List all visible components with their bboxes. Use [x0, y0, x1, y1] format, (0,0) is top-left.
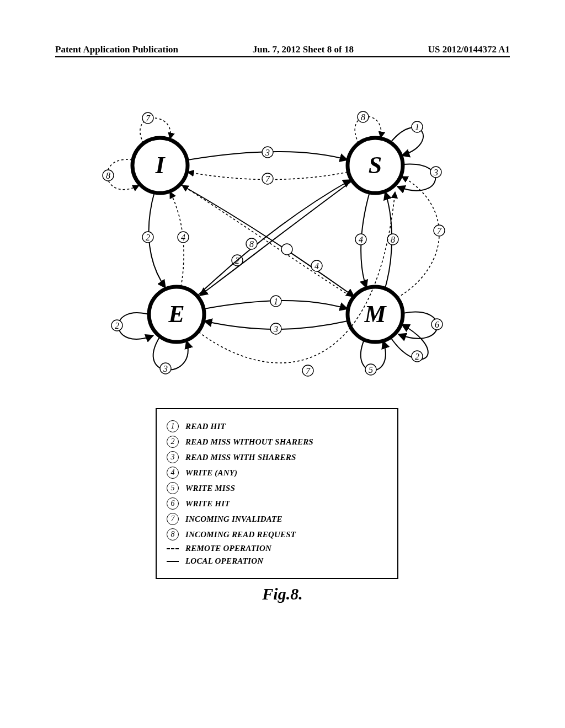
legend-text: READ MISS WITH SHARERS: [185, 453, 296, 462]
header-center: Jun. 7, 2012 Sheet 8 of 18: [253, 44, 354, 55]
legend-row: REMOTE OPERATION: [167, 544, 387, 553]
legend-num-icon: 8: [167, 528, 179, 540]
edge-label: 7: [306, 366, 311, 376]
state-label-S: S: [369, 152, 382, 179]
legend-text: INCOMING READ REQUEST: [185, 530, 296, 539]
legend-num-icon: 2: [167, 436, 179, 448]
edge-label: 1: [274, 297, 278, 306]
edge-S-E-2: [200, 181, 352, 296]
edge-M-S-8: [397, 176, 439, 298]
page-header: Patent Application Publication Jun. 7, 2…: [55, 44, 510, 55]
edge-label: 4: [359, 235, 363, 244]
edge-label: 3: [163, 364, 168, 373]
legend-row: 8 INCOMING READ REQUEST: [167, 528, 387, 540]
edge-I-M-4: [180, 184, 354, 297]
legend-row: 7 INCOMING INVALIDATE: [167, 513, 387, 525]
edge-label: 8: [106, 171, 110, 180]
legend-text: WRITE (ANY): [185, 468, 237, 478]
state-node-E: E: [149, 287, 204, 342]
edge-label: 2: [115, 321, 119, 330]
legend-text: LOCAL OPERATION: [185, 556, 263, 566]
header-rule: [55, 56, 510, 57]
edge-label: 1: [415, 122, 419, 132]
legend-row: 4 WRITE (ANY): [167, 467, 387, 479]
state-label-I: I: [154, 152, 166, 179]
legend-row: 5 WRITE MISS: [167, 482, 387, 494]
edge-label: 7: [265, 174, 270, 184]
legend-num-icon: 3: [167, 451, 179, 463]
legend-num-icon: 6: [167, 497, 179, 510]
edge-label: 3: [265, 148, 270, 157]
legend-row: LOCAL OPERATION: [167, 556, 387, 566]
edge-label: 3: [433, 168, 438, 177]
legend-dashed-line-icon: [167, 548, 179, 549]
edge-label: 4: [315, 261, 319, 271]
edge-label: 8: [361, 113, 365, 122]
state-diagram: I S E M 7 8 1: [88, 121, 463, 386]
figure-caption: Fig.8.: [0, 585, 565, 603]
edge-label: 8: [249, 239, 254, 249]
state-label-M: M: [364, 301, 387, 328]
legend-row: 6 WRITE HIT: [167, 497, 387, 510]
legend-num-icon: 7: [167, 513, 179, 525]
edge-label: 7: [146, 114, 151, 123]
page: Patent Application Publication Jun. 7, 2…: [0, 0, 565, 728]
legend-solid-line-icon: [167, 561, 179, 562]
legend-num-icon: 5: [167, 482, 179, 494]
legend-text: REMOTE OPERATION: [185, 544, 271, 553]
legend: 1 READ HIT 2 READ MISS WITHOUT SHARERS 3…: [156, 408, 398, 579]
edge-label: 6: [435, 320, 439, 329]
edge-M-I-7: [182, 185, 353, 298]
edge-label: 2: [415, 352, 419, 361]
edge-label: 2: [146, 233, 150, 242]
edge-label: 3: [273, 324, 278, 334]
edge-label: 4: [181, 233, 185, 242]
legend-text: READ HIT: [185, 422, 226, 431]
state-node-I: I: [132, 138, 188, 193]
legend-row: 3 READ MISS WITH SHARERS: [167, 451, 387, 463]
state-node-M: M: [348, 287, 403, 342]
legend-row: 2 READ MISS WITHOUT SHARERS: [167, 436, 387, 448]
state-label-E: E: [168, 301, 184, 328]
legend-text: WRITE HIT: [185, 499, 230, 508]
legend-text: INCOMING INVALIDATE: [185, 515, 282, 524]
header-right: US 2012/0144372 A1: [428, 44, 510, 55]
legend-text: READ MISS WITHOUT SHARERS: [185, 437, 313, 447]
header-left: Patent Application Publication: [55, 44, 178, 55]
legend-num-icon: 1: [167, 420, 179, 432]
edge-label: 5: [369, 365, 373, 374]
legend-num-icon: 4: [167, 467, 179, 479]
state-node-S: S: [348, 138, 403, 193]
legend-text: WRITE MISS: [185, 484, 235, 493]
state-diagram-svg: I S E M 7 8 1: [88, 121, 463, 386]
edge-label: 8: [391, 235, 395, 244]
legend-row: 1 READ HIT: [167, 420, 387, 432]
edge-label: 7: [437, 226, 442, 235]
svg-point-24: [281, 244, 292, 255]
